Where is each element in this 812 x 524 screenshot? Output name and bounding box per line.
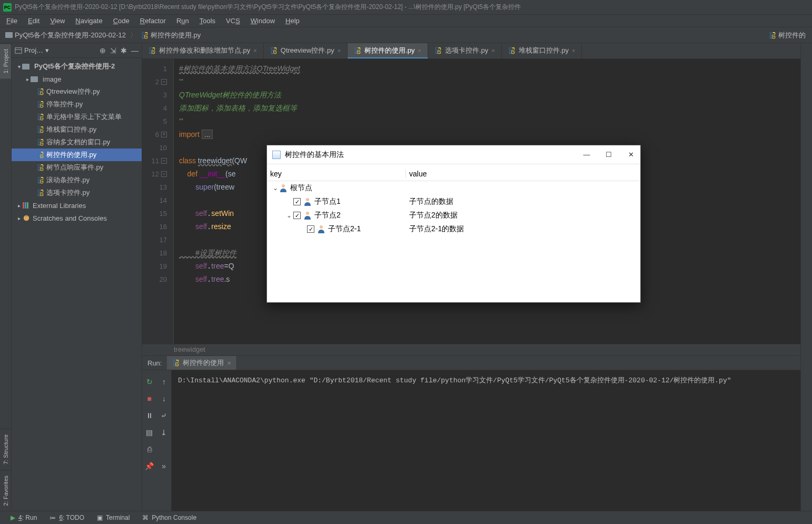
close-icon[interactable]: × [491,47,494,54]
tree-file[interactable]: 停靠控件.py [12,98,142,111]
qt-output-window[interactable]: 树控件的基本用法 — ☐ ✕ key value ⌄根节点✓子节点1子节点的数据… [266,145,641,303]
fold-collapse-icon[interactable]: − [161,158,167,164]
editor-breadcrumb[interactable]: treewidget [142,344,800,355]
editor-tab[interactable]: Qtreeview控件.py× [264,43,348,58]
chevron-right-icon[interactable]: » [159,461,169,471]
close-icon[interactable]: × [227,359,231,367]
run-tab[interactable]: 树控件的使用 × [167,356,237,370]
tree-file[interactable]: 滚动条控件.py [12,174,142,186]
close-icon[interactable]: ✕ [627,151,635,159]
tree-file[interactable]: 容纳多文档的窗口.py [12,136,142,149]
up-icon[interactable]: ↑ [159,377,169,387]
checkbox-icon[interactable]: ✓ [293,198,301,205]
menu-navigate[interactable]: Navigate [70,17,107,25]
chevron-right-icon[interactable]: ▸ [16,215,22,221]
tree-project-root[interactable]: ▾ PyQt5各个复杂控件使用-2 [12,60,142,73]
tree-file[interactable]: 树节点响应事件.py [12,161,142,174]
scroll-to-end-icon[interactable]: ⤓ [159,427,169,438]
close-icon[interactable]: × [418,47,421,54]
menu-window[interactable]: Window [245,17,280,25]
editor-tab[interactable]: 树控件的使用.py× [348,43,428,58]
checkbox-icon[interactable]: ✓ [293,212,301,219]
menu-tools[interactable]: Tools [194,17,221,25]
checkbox-icon[interactable]: ✓ [307,225,314,233]
locate-icon[interactable]: ⊕ [100,46,106,55]
strip-project[interactable]: 1: Project [0,43,11,78]
run-config-dropdown[interactable]: 树控件的 [766,29,809,41]
maximize-icon[interactable]: ☐ [605,151,613,159]
qt-tree-row[interactable]: ⌄根节点 [267,181,640,195]
qt-tree-row[interactable]: ⌄✓子节点2子节点2的数据 [267,209,640,222]
project-panel-title[interactable]: Proj… ▾ [15,46,95,54]
breadcrumb-file[interactable]: 树控件的使用.py [139,29,203,41]
menu-edit[interactable]: Edit [23,17,45,25]
statusbar-python-console[interactable]: ⌘ Python Console [142,514,196,521]
person-icon [280,184,287,192]
tree-file[interactable]: Qtreeview控件.py [12,85,142,98]
tree-file[interactable]: 堆栈窗口控件.py [12,123,142,136]
left-tool-strip: 1: Project 7: Structure 2: Favorites [0,43,12,511]
chevron-right-icon[interactable]: ▸ [24,76,31,82]
svg-rect-0 [15,47,22,53]
tree-file[interactable]: 单元格中显示上下文菜单 [12,111,142,123]
tree-file[interactable]: 选项卡控件.py [12,186,142,199]
strip-structure[interactable]: 7: Structure [0,429,11,470]
menu-refactor[interactable]: Refactor [135,17,171,25]
chevron-down-icon[interactable]: ▾ [16,64,22,70]
run-output[interactable]: D:\Install\ANACONDA2\python.exe "D:/Byrb… [172,370,800,511]
qt-header-key[interactable]: key [267,170,406,178]
close-icon[interactable]: × [572,47,575,54]
expand-all-icon[interactable]: ⇲ [110,46,116,55]
statusbar-todo[interactable]: ≔ 6: TODO [49,514,84,521]
chevron-right-icon[interactable]: ▸ [16,203,22,209]
menu-code[interactable]: Code [108,17,135,25]
editor-gutter[interactable]: 12−3456+1011−12−1314151617181920 [142,59,174,344]
rerun-icon[interactable]: ↻ [144,377,155,387]
qt-header-value[interactable]: value [406,170,640,178]
tab-label: 树控件修改和删除增加节点.py [159,46,250,55]
pause-icon[interactable]: ⏸ [144,410,155,421]
layout-icon[interactable]: ▤ [144,427,155,438]
pin-icon[interactable]: 📌 [144,461,155,471]
tree-external-libraries[interactable]: ▸ External Libraries [12,199,142,212]
down-icon[interactable]: ↓ [159,393,169,404]
menu-help[interactable]: Help [280,17,305,25]
menu-run[interactable]: Run [171,17,194,25]
menu-file[interactable]: File [1,17,23,25]
gutter-line-number: 5 [163,115,167,128]
statusbar-terminal[interactable]: ▣ Terminal [97,514,130,521]
tree-file[interactable]: 树控件的使用.py [12,149,142,161]
minimize-icon[interactable]: — [582,151,591,159]
statusbar-run[interactable]: ▶ 4: Run [11,514,37,521]
gear-icon[interactable]: ✱ [121,46,127,55]
soft-wrap-icon[interactable]: ⤶ [159,410,169,421]
python-file-icon [508,47,516,54]
python-file-icon [37,164,44,171]
folder-icon [31,76,38,82]
qt-tree-header[interactable]: key value [267,166,640,181]
close-icon[interactable]: × [338,47,341,54]
fold-expand-icon[interactable]: + [161,132,167,137]
menu-view[interactable]: View [45,17,70,25]
fold-collapse-icon[interactable]: − [161,171,167,177]
svg-rect-2 [23,202,24,209]
project-tree[interactable]: ▾ PyQt5各个复杂控件使用-2 ▸ image Qtreeview控件.py… [12,58,142,511]
editor-tab[interactable]: 树控件修改和删除增加节点.py× [142,43,264,58]
fold-collapse-icon[interactable]: − [161,79,167,85]
strip-favorites[interactable]: 2: Favorites [0,470,11,511]
menu-vcs[interactable]: VCS [221,17,245,25]
tree-folder-image[interactable]: ▸ image [12,73,142,85]
tree-scratches[interactable]: ▸ Scratches and Consoles [12,212,142,224]
qt-titlebar[interactable]: 树控件的基本用法 — ☐ ✕ [267,145,640,164]
chevron-down-icon[interactable]: ⌄ [285,212,293,219]
editor-tab[interactable]: 选项卡控件.py× [428,43,502,58]
breadcrumb-project[interactable]: PyQt5各个复杂控件使用-2020-02-12 [3,29,128,41]
close-icon[interactable]: × [253,47,256,54]
hide-icon[interactable]: — [131,46,138,55]
print-icon[interactable]: ⎙ [144,444,155,454]
chevron-down-icon[interactable]: ⌄ [271,184,280,192]
qt-tree-row[interactable]: ✓子节点1子节点的数据 [267,195,640,209]
stop-icon[interactable]: ■ [144,393,155,404]
qt-tree-row[interactable]: ✓子节点2-1子节点2-1的数据 [267,222,640,236]
editor-tab[interactable]: 堆栈窗口控件.py× [502,43,582,58]
